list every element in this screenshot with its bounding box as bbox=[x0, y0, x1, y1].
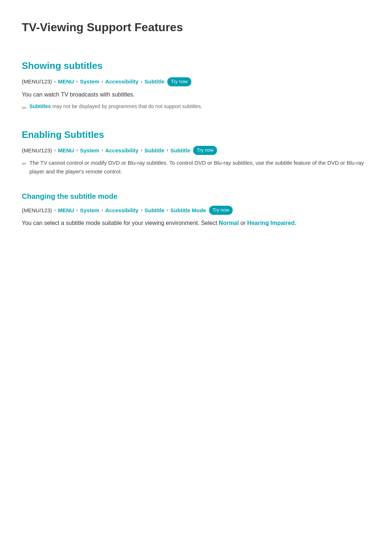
note-text-suffix: may not be displayed by programmes that … bbox=[52, 103, 202, 109]
breadcrumb-prefix: (MENU/123) bbox=[22, 206, 52, 215]
body-text-showing-subtitles: You can watch TV broadcasts with subtitl… bbox=[22, 90, 370, 99]
body-text-part-1: You can select a subtitle mode suitable … bbox=[22, 220, 219, 226]
section-heading-showing-subtitles: Showing subtitles bbox=[22, 58, 370, 74]
chevron-icon: › bbox=[76, 206, 78, 214]
chevron-icon: › bbox=[141, 206, 142, 214]
chevron-icon: › bbox=[54, 78, 56, 86]
body-text-part-3: or bbox=[239, 220, 247, 226]
note-text-showing-subtitles: Subtitles may not be displayed by progra… bbox=[29, 103, 202, 110]
try-now-badge[interactable]: Try now bbox=[167, 77, 191, 86]
breadcrumb-subtitle: Subtitle bbox=[144, 146, 164, 155]
section-heading-enabling-subtitles: Enabling Subtitles bbox=[22, 127, 370, 143]
chevron-icon: › bbox=[167, 206, 168, 214]
breadcrumb-subtitle-2: Subtitle bbox=[170, 146, 190, 155]
note-text-enabling-subtitles: The TV cannot control or modify DVD or B… bbox=[29, 159, 370, 176]
section-heading-changing-subtitle-mode: Changing the subtitle mode bbox=[22, 190, 370, 202]
chevron-icon: › bbox=[141, 78, 142, 86]
section-changing-subtitle-mode: Changing the subtitle mode (MENU/123) › … bbox=[22, 190, 370, 227]
body-text-part-5: . bbox=[295, 220, 296, 226]
section-enabling-subtitles: Enabling Subtitles (MENU/123) › MENU › S… bbox=[22, 127, 370, 176]
breadcrumb-subtitle: Subtitle bbox=[144, 77, 164, 86]
body-text-changing-subtitle-mode: You can select a subtitle mode suitable … bbox=[22, 218, 370, 228]
chevron-icon: › bbox=[102, 78, 103, 86]
chevron-icon: › bbox=[54, 206, 56, 214]
chevron-icon: › bbox=[141, 147, 142, 154]
breadcrumb-accessibility: Accessibility bbox=[105, 146, 139, 155]
breadcrumb-prefix: (MENU/123) bbox=[22, 146, 52, 155]
pencil-icon: ✏ bbox=[22, 103, 26, 113]
chevron-icon: › bbox=[167, 147, 168, 154]
breadcrumb-subtitle-mode: Subtitle Mode bbox=[170, 206, 206, 215]
page-title: TV-Viewing Support Features bbox=[22, 18, 370, 40]
chevron-icon: › bbox=[54, 147, 56, 154]
breadcrumb-changing-subtitle-mode: (MENU/123) › MENU › System › Accessibili… bbox=[22, 206, 370, 215]
link-normal[interactable]: Normal bbox=[219, 220, 239, 226]
note-enabling-subtitles: ✏ The TV cannot control or modify DVD or… bbox=[22, 159, 370, 176]
breadcrumb-accessibility: Accessibility bbox=[105, 206, 139, 215]
breadcrumb-enabling-subtitles: (MENU/123) › MENU › System › Accessibili… bbox=[22, 146, 370, 155]
note-bold-subtitles: Subtitles bbox=[29, 103, 51, 109]
breadcrumb-menu: MENU bbox=[58, 146, 74, 155]
breadcrumb-menu: MENU bbox=[58, 206, 74, 215]
chevron-icon: › bbox=[102, 206, 103, 214]
breadcrumb-prefix: (MENU/123) bbox=[22, 77, 52, 86]
link-hearing-impaired[interactable]: Hearing Impaired bbox=[247, 220, 295, 226]
breadcrumb-subtitle: Subtitle bbox=[144, 206, 164, 215]
breadcrumb-showing-subtitles: (MENU/123) › MENU › System › Accessibili… bbox=[22, 77, 370, 86]
breadcrumb-system: System bbox=[80, 206, 99, 215]
breadcrumb-system: System bbox=[80, 77, 99, 86]
chevron-icon: › bbox=[76, 147, 78, 154]
try-now-badge[interactable]: Try now bbox=[193, 146, 217, 155]
chevron-icon: › bbox=[76, 78, 78, 86]
try-now-badge[interactable]: Try now bbox=[209, 206, 233, 215]
breadcrumb-accessibility: Accessibility bbox=[105, 77, 139, 86]
section-showing-subtitles: Showing subtitles (MENU/123) › MENU › Sy… bbox=[22, 58, 370, 113]
breadcrumb-menu: MENU bbox=[58, 77, 74, 86]
note-showing-subtitles: ✏ Subtitles may not be displayed by prog… bbox=[22, 103, 370, 113]
pencil-icon: ✏ bbox=[22, 159, 26, 169]
chevron-icon: › bbox=[102, 147, 103, 154]
breadcrumb-system: System bbox=[80, 146, 99, 155]
